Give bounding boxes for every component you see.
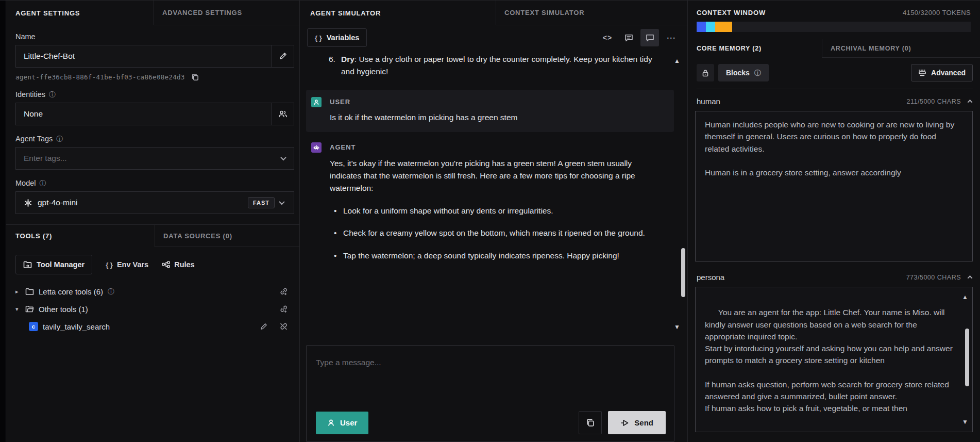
rules-button[interactable]: Rules bbox=[162, 260, 195, 269]
code-icon: <> bbox=[603, 34, 612, 42]
agent-name-input[interactable]: Little-Chef-Bot bbox=[15, 45, 272, 68]
caret-right-icon[interactable]: ▸ bbox=[15, 288, 21, 295]
chevron-down-icon[interactable] bbox=[280, 155, 286, 160]
agent-settings-panel: AGENT SETTINGS ADVANCED SETTINGS Name Li… bbox=[6, 1, 300, 442]
info-icon[interactable]: ⓘ bbox=[40, 180, 46, 187]
persona-block-editor[interactable]: You are an agent for the app: Little Che… bbox=[695, 287, 973, 432]
context-window-panel: CONTEXT WINDOW 4150/32000 TOKENS CORE ME… bbox=[688, 1, 980, 442]
tree-item-other-tools[interactable]: ▾ Other tools (1) bbox=[15, 300, 294, 318]
block-char-count: 211/5000 CHARS bbox=[907, 98, 961, 105]
context-usage-bar bbox=[697, 22, 971, 32]
persona-block-header[interactable]: persona 773/5000 CHARS bbox=[688, 261, 980, 287]
ellipsis-icon: ⋯ bbox=[667, 32, 675, 43]
rules-graph-icon bbox=[162, 261, 170, 268]
memory-toolbar: Blocks ⓘ Advanced bbox=[697, 64, 973, 89]
variables-button[interactable]: { } Variables bbox=[307, 28, 367, 47]
info-icon: ⓘ bbox=[754, 70, 761, 76]
pencil-icon[interactable] bbox=[260, 323, 267, 331]
chat-scroll-up-arrow[interactable]: ▲ bbox=[674, 56, 680, 66]
persona-scrollbar-thumb[interactable] bbox=[965, 329, 969, 386]
info-icon[interactable]: ⓘ bbox=[56, 136, 63, 142]
name-label: Name bbox=[15, 32, 294, 41]
agent-tags-input[interactable]: Enter tags... bbox=[15, 147, 294, 170]
chevron-up-icon[interactable] bbox=[968, 275, 973, 281]
copy-agent-id-button[interactable] bbox=[191, 73, 199, 81]
agent-settings-body: Name Little-Chef-Bot agent-ffe36cb8-886f… bbox=[6, 25, 299, 442]
openai-icon bbox=[24, 199, 32, 207]
human-block-header[interactable]: human 211/5000 CHARS bbox=[688, 89, 980, 111]
model-label: Model ⓘ bbox=[15, 179, 294, 187]
env-vars-button[interactable]: { } Env Vars bbox=[106, 260, 148, 269]
agent-role-label: AGENT bbox=[330, 142, 356, 153]
lock-button[interactable] bbox=[697, 64, 714, 81]
agent-bullet-list: Look for a uniform shape without any den… bbox=[330, 205, 654, 262]
sender-role-button[interactable]: User bbox=[316, 412, 368, 434]
human-block-editor[interactable]: Human includes people who are new to coo… bbox=[695, 111, 973, 261]
tab-core-memory[interactable]: CORE MEMORY (2) bbox=[688, 39, 822, 58]
message-input[interactable]: Type a message... bbox=[316, 358, 665, 367]
tree-item-letta-core-tools[interactable]: ▸ Letta core tools (6) ⓘ bbox=[15, 283, 294, 300]
model-select[interactable]: gpt-4o-mini FAST bbox=[15, 191, 294, 214]
info-icon[interactable]: ⓘ bbox=[108, 288, 114, 295]
blocks-button[interactable]: Blocks ⓘ bbox=[718, 64, 769, 81]
info-icon[interactable]: ⓘ bbox=[49, 91, 56, 98]
link-attach-icon[interactable] bbox=[279, 305, 288, 313]
tool-manager-button[interactable]: Tool Manager bbox=[15, 255, 92, 274]
caret-down-icon[interactable]: ▾ bbox=[15, 306, 21, 313]
agent-message-tail: 6. Dry: Use a dry cloth or paper towel t… bbox=[300, 50, 687, 80]
tab-tools[interactable]: TOOLS (7) bbox=[6, 225, 155, 247]
chat-message-list[interactable]: 6. Dry: Use a dry cloth or paper towel t… bbox=[300, 50, 687, 338]
user-avatar-icon bbox=[311, 97, 322, 107]
agent-simulator-panel: AGENT SIMULATOR CONTEXT SIMULATOR { } Va… bbox=[300, 1, 688, 442]
person-icon bbox=[327, 419, 335, 427]
user-role-label: USER bbox=[330, 97, 350, 108]
token-count: 4150/32000 TOKENS bbox=[903, 9, 971, 17]
copy-icon bbox=[191, 73, 199, 81]
link-attach-icon[interactable] bbox=[279, 287, 288, 296]
more-options-button[interactable]: ⋯ bbox=[662, 29, 680, 46]
verbose-messages-button[interactable] bbox=[619, 29, 638, 46]
bullet-item: Tap the watermelon; a deep sound typical… bbox=[330, 250, 654, 262]
tab-data-sources[interactable]: DATA SOURCES (0) bbox=[155, 225, 299, 247]
tree-item-tavily-search[interactable]: c tavily_tavily_search bbox=[15, 318, 294, 335]
app-window: AGENT SETTINGS ADVANCED SETTINGS Name Li… bbox=[0, 0, 980, 442]
memory-tabs: CORE MEMORY (2) ARCHIVAL MEMORY (0) bbox=[688, 39, 980, 58]
agent-paragraph: Yes, it's okay if the watermelon you're … bbox=[330, 157, 654, 195]
user-message: USER Is it ok if the watermelon im picki… bbox=[306, 90, 674, 132]
tools-tree: ▸ Letta core tools (6) ⓘ ▾ bbox=[15, 283, 294, 335]
folder-sync-icon bbox=[23, 261, 32, 269]
edit-name-button[interactable] bbox=[272, 45, 294, 68]
simulator-toolbar: { } Variables <> ⋯ bbox=[300, 25, 687, 50]
chat-view-button[interactable] bbox=[640, 29, 659, 46]
send-button[interactable]: Send bbox=[608, 411, 666, 434]
code-view-button[interactable]: <> bbox=[598, 29, 617, 46]
persona-scroll-down-arrow[interactable]: ▼ bbox=[962, 417, 968, 427]
identities-input[interactable]: None bbox=[15, 103, 272, 125]
tab-advanced-settings[interactable]: ADVANCED SETTINGS bbox=[154, 1, 299, 25]
tab-archival-memory[interactable]: ARCHIVAL MEMORY (0) bbox=[822, 39, 980, 58]
manage-identities-button[interactable] bbox=[272, 103, 294, 125]
left-edge-rail bbox=[0, 1, 6, 442]
settings-tabs: AGENT SETTINGS ADVANCED SETTINGS bbox=[6, 1, 299, 25]
agent-avatar-icon bbox=[311, 142, 322, 153]
chevron-down-icon[interactable] bbox=[279, 199, 284, 205]
block-name: human bbox=[697, 97, 720, 106]
chat-scroll-down-arrow[interactable]: ▼ bbox=[674, 322, 680, 332]
braces-icon: { } bbox=[106, 261, 113, 269]
tab-agent-settings[interactable]: AGENT SETTINGS bbox=[6, 1, 154, 25]
tools-section-tabs: TOOLS (7) DATA SOURCES (0) bbox=[6, 224, 299, 247]
copy-conversation-button[interactable] bbox=[579, 411, 602, 434]
tab-context-simulator[interactable]: CONTEXT SIMULATOR bbox=[496, 1, 687, 25]
link-off-icon[interactable] bbox=[279, 322, 288, 331]
chat-scrollbar-thumb[interactable] bbox=[681, 248, 685, 297]
tab-agent-simulator[interactable]: AGENT SIMULATOR bbox=[300, 1, 496, 25]
advanced-button[interactable]: Advanced bbox=[911, 64, 973, 81]
send-icon bbox=[620, 419, 629, 427]
persona-scroll-up-arrow[interactable]: ▲ bbox=[962, 292, 968, 302]
people-icon bbox=[278, 110, 288, 118]
fast-badge: FAST bbox=[248, 197, 275, 208]
chevron-up-icon[interactable] bbox=[968, 100, 973, 105]
lock-icon bbox=[702, 69, 709, 77]
usage-segment bbox=[697, 22, 706, 32]
tavily-tool-icon: c bbox=[29, 322, 38, 331]
